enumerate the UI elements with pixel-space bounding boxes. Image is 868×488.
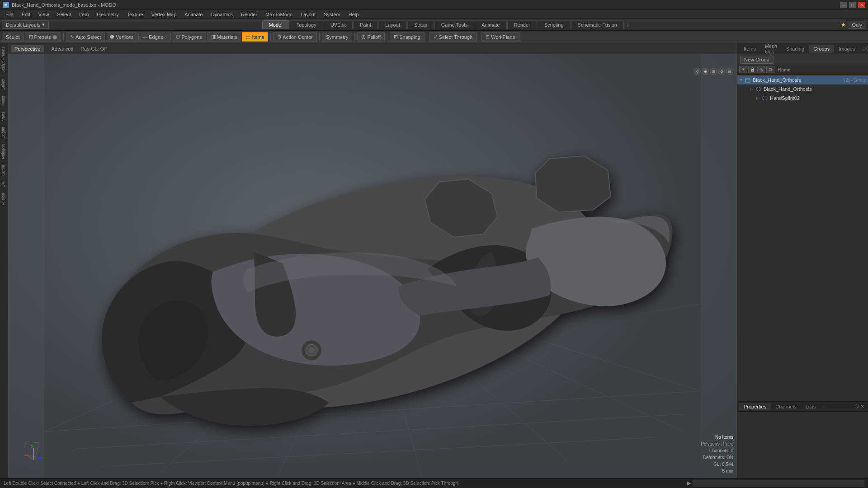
column-header-name: Name xyxy=(774,67,866,72)
vp-tab-advanced[interactable]: Advanced xyxy=(47,45,77,52)
sidebar-polygon[interactable]: Polygon xyxy=(0,141,8,162)
tab-game-tools[interactable]: Game Tools xyxy=(434,20,475,29)
tab-schematic-fusion[interactable]: Schematic Fusion xyxy=(571,20,624,29)
falloff-button[interactable]: ◎ Falloff xyxy=(357,32,385,42)
right-tab-shading[interactable]: Shading xyxy=(782,45,809,53)
auto-select-button[interactable]: ↖ Auto Select xyxy=(66,32,105,42)
only-button[interactable]: Only xyxy=(848,21,866,29)
vp-ctrl-settings[interactable]: ⚙ xyxy=(718,68,725,75)
menu-render[interactable]: Render xyxy=(237,11,261,18)
sidebar-fusion[interactable]: Fusion xyxy=(0,190,8,208)
divider2 xyxy=(270,33,271,41)
tab-render[interactable]: Render xyxy=(507,20,537,29)
vertices-button[interactable]: ⬟ Vertices xyxy=(106,32,137,42)
vp-ctrl-zoom[interactable]: ⊕ xyxy=(702,68,709,75)
edges-button[interactable]: — Edges 3 xyxy=(138,33,170,42)
divider3 xyxy=(319,33,320,41)
right-tab-groups[interactable]: Groups xyxy=(809,45,834,53)
viewport-3d[interactable]: x y z ⟲ ⊕ ⊡ ⚙ ▤ No Items Polygons : Face… xyxy=(8,54,737,478)
menu-file[interactable]: File xyxy=(2,11,17,18)
bottom-tab-lists[interactable]: Lists xyxy=(801,403,821,410)
sidebar-verts[interactable]: Verts xyxy=(0,108,8,124)
toolbar2: Sculpt ⊞ Presets ⬤ ↖ Auto Select ⬟ Verti… xyxy=(0,31,868,43)
materials-button[interactable]: ◨ Materials xyxy=(207,32,241,42)
tab-setup[interactable]: Setup xyxy=(407,20,434,29)
sidebar-uv[interactable]: UV xyxy=(0,178,8,190)
bottom-panel-expand[interactable]: ⬡ xyxy=(854,404,859,409)
symmetry-button[interactable]: Symmetry xyxy=(322,33,353,42)
group-ctrl-eye[interactable]: 👁 xyxy=(739,66,747,73)
group-ctrl-lock2[interactable]: ⊡ xyxy=(766,66,774,73)
tab-topology[interactable]: Topology xyxy=(290,20,323,29)
right-tab-add[interactable]: + xyxy=(861,45,865,52)
polygons-button[interactable]: ⬡ Polygons xyxy=(172,32,206,42)
minimize-button[interactable]: ─ xyxy=(840,2,847,8)
group-row-black-hand-orthosis-group[interactable]: ▼ Black_Hand_Orthosis (2) - Group xyxy=(737,75,868,84)
sidebar-items-tab[interactable]: Items xyxy=(0,93,8,108)
menu-select[interactable]: Select xyxy=(53,11,75,18)
tab-animate[interactable]: Animate xyxy=(475,20,506,29)
right-panel-expand[interactable]: ⬡ xyxy=(865,46,868,52)
menu-layout[interactable]: Layout xyxy=(297,11,319,18)
menu-view[interactable]: View xyxy=(35,11,53,18)
maximize-button[interactable]: □ xyxy=(849,2,856,8)
right-tab-images[interactable]: Images xyxy=(834,45,859,53)
vp-ctrl-fit[interactable]: ⊡ xyxy=(710,68,717,75)
tab-uvedit[interactable]: UVEdit xyxy=(324,20,353,29)
menu-vertex-map[interactable]: Vertex Map xyxy=(148,11,180,18)
menu-bar: File Edit View Select Item Geometry Text… xyxy=(0,10,868,19)
menu-animate[interactable]: Animate xyxy=(181,11,206,18)
vp-ctrl-rotate[interactable]: ⟲ xyxy=(693,68,701,75)
bottom-tab-add[interactable]: + xyxy=(822,403,826,410)
select-through-button[interactable]: ↗ Select Through xyxy=(429,32,476,42)
right-panel: Items Mesh Ops Shading Groups Images + ⬡… xyxy=(737,43,868,478)
new-group-button[interactable]: New Group xyxy=(740,56,774,64)
work-plane-button[interactable]: ⊡ WorkPlane xyxy=(481,32,519,42)
group-row-child2[interactable]: ▷ HandSplint02 xyxy=(737,94,868,103)
menu-texture[interactable]: Texture xyxy=(123,11,147,18)
bottom-tab-channels[interactable]: Channels xyxy=(771,403,801,410)
bottom-panel-collapse[interactable]: ✕ xyxy=(860,404,864,409)
action-center-button[interactable]: ⊕ Action Center xyxy=(273,32,317,42)
sidebar-select[interactable]: Select xyxy=(0,75,8,93)
sidebar-edges[interactable]: Edges xyxy=(0,124,8,141)
divider5 xyxy=(387,33,387,41)
layout-selector[interactable]: Default Layouts ▾ xyxy=(2,20,49,29)
menu-geometry[interactable]: Geometry xyxy=(93,11,122,18)
tab-model[interactable]: Model xyxy=(262,20,289,29)
star-button[interactable]: ★ xyxy=(841,22,846,28)
sidebar-curve[interactable]: Curve xyxy=(0,162,8,178)
group-ctrl-lock[interactable]: 🔒 xyxy=(748,66,756,73)
add-tab-button[interactable]: + xyxy=(624,21,632,28)
menu-help[interactable]: Help xyxy=(345,11,363,18)
tab-scripting[interactable]: Scripting xyxy=(538,20,571,29)
tab-paint[interactable]: Paint xyxy=(353,20,378,29)
vp-tab-perspective[interactable]: Perspective xyxy=(11,45,44,52)
group-ctrl-render[interactable]: ◎ xyxy=(757,66,765,73)
command-arrow-icon: ▶ xyxy=(687,480,691,486)
sculpt-button[interactable]: Sculpt xyxy=(2,33,24,42)
menu-maxtomode[interactable]: MaxToModo xyxy=(262,11,296,18)
command-input[interactable] xyxy=(693,480,864,487)
close-button[interactable]: ✕ xyxy=(858,2,865,8)
ray-gl-status: Ray GL: Off xyxy=(80,46,107,52)
menu-item[interactable]: Item xyxy=(75,11,92,18)
svg-text:y: y xyxy=(31,444,33,448)
snapping-button[interactable]: ⊞ Snapping xyxy=(390,32,425,42)
items-button[interactable]: ☰ Items xyxy=(242,32,268,42)
tab-layout[interactable]: Layout xyxy=(378,20,407,29)
menu-edit[interactable]: Edit xyxy=(18,11,34,18)
app-icon: M xyxy=(3,2,9,8)
bottom-tab-properties[interactable]: Properties xyxy=(739,403,771,410)
presets-button[interactable]: ⊞ Presets ⬤ xyxy=(25,32,61,42)
viewport[interactable]: Perspective Advanced Ray GL: Off xyxy=(8,43,737,478)
sidebar-sculpt-presets[interactable]: Sculpt Presets xyxy=(0,43,8,75)
menu-dynamics[interactable]: Dynamics xyxy=(208,11,236,18)
group-row-child1[interactable]: ▷ Black_Hand_Orthosis xyxy=(737,84,868,94)
menu-system[interactable]: System xyxy=(320,11,344,18)
vp-ctrl-camera[interactable]: ▤ xyxy=(726,68,733,75)
right-tab-mesh-ops[interactable]: Mesh Ops xyxy=(760,42,782,56)
stats-size: 5 min xyxy=(701,468,733,474)
right-tab-items[interactable]: Items xyxy=(739,45,760,53)
status-text: Left Double Click: Select Connected ● Le… xyxy=(4,481,685,486)
